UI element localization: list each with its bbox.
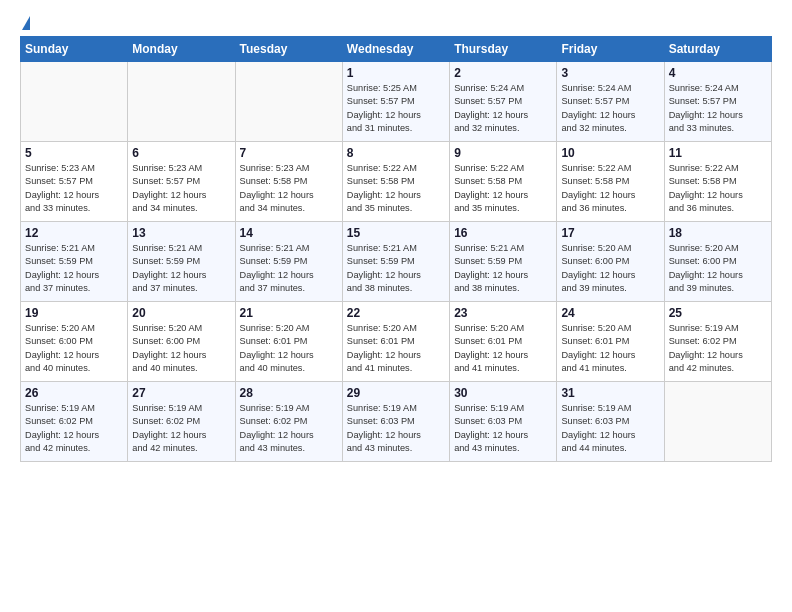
calendar-cell: 5Sunrise: 5:23 AM Sunset: 5:57 PM Daylig… [21,142,128,222]
day-info: Sunrise: 5:19 AM Sunset: 6:02 PM Dayligh… [669,322,767,375]
day-info: Sunrise: 5:20 AM Sunset: 6:00 PM Dayligh… [25,322,123,375]
day-info: Sunrise: 5:20 AM Sunset: 6:01 PM Dayligh… [240,322,338,375]
calendar-cell: 13Sunrise: 5:21 AM Sunset: 5:59 PM Dayli… [128,222,235,302]
day-number: 5 [25,146,123,160]
day-number: 11 [669,146,767,160]
header-thursday: Thursday [450,37,557,62]
day-number: 16 [454,226,552,240]
calendar-week-row: 19Sunrise: 5:20 AM Sunset: 6:00 PM Dayli… [21,302,772,382]
day-number: 4 [669,66,767,80]
day-info: Sunrise: 5:19 AM Sunset: 6:03 PM Dayligh… [561,402,659,455]
day-number: 23 [454,306,552,320]
day-info: Sunrise: 5:22 AM Sunset: 5:58 PM Dayligh… [347,162,445,215]
day-number: 19 [25,306,123,320]
calendar-cell: 25Sunrise: 5:19 AM Sunset: 6:02 PM Dayli… [664,302,771,382]
day-info: Sunrise: 5:20 AM Sunset: 6:01 PM Dayligh… [561,322,659,375]
day-info: Sunrise: 5:21 AM Sunset: 5:59 PM Dayligh… [25,242,123,295]
header-saturday: Saturday [664,37,771,62]
day-number: 18 [669,226,767,240]
day-number: 30 [454,386,552,400]
calendar-week-row: 1Sunrise: 5:25 AM Sunset: 5:57 PM Daylig… [21,62,772,142]
header-tuesday: Tuesday [235,37,342,62]
calendar-cell: 18Sunrise: 5:20 AM Sunset: 6:00 PM Dayli… [664,222,771,302]
logo [20,16,30,30]
day-info: Sunrise: 5:20 AM Sunset: 6:01 PM Dayligh… [347,322,445,375]
calendar-table: SundayMondayTuesdayWednesdayThursdayFrid… [20,36,772,462]
day-info: Sunrise: 5:24 AM Sunset: 5:57 PM Dayligh… [669,82,767,135]
day-number: 20 [132,306,230,320]
day-number: 31 [561,386,659,400]
calendar-cell: 30Sunrise: 5:19 AM Sunset: 6:03 PM Dayli… [450,382,557,462]
day-info: Sunrise: 5:19 AM Sunset: 6:02 PM Dayligh… [25,402,123,455]
calendar-cell: 17Sunrise: 5:20 AM Sunset: 6:00 PM Dayli… [557,222,664,302]
logo-icon [22,16,30,30]
day-number: 8 [347,146,445,160]
calendar-cell: 28Sunrise: 5:19 AM Sunset: 6:02 PM Dayli… [235,382,342,462]
day-info: Sunrise: 5:21 AM Sunset: 5:59 PM Dayligh… [454,242,552,295]
calendar-cell [128,62,235,142]
calendar-cell: 19Sunrise: 5:20 AM Sunset: 6:00 PM Dayli… [21,302,128,382]
calendar-cell: 4Sunrise: 5:24 AM Sunset: 5:57 PM Daylig… [664,62,771,142]
day-number: 2 [454,66,552,80]
calendar-cell: 9Sunrise: 5:22 AM Sunset: 5:58 PM Daylig… [450,142,557,222]
day-number: 26 [25,386,123,400]
calendar-cell: 27Sunrise: 5:19 AM Sunset: 6:02 PM Dayli… [128,382,235,462]
calendar-cell [235,62,342,142]
calendar-week-row: 12Sunrise: 5:21 AM Sunset: 5:59 PM Dayli… [21,222,772,302]
day-info: Sunrise: 5:19 AM Sunset: 6:03 PM Dayligh… [454,402,552,455]
calendar-cell: 22Sunrise: 5:20 AM Sunset: 6:01 PM Dayli… [342,302,449,382]
calendar-cell: 11Sunrise: 5:22 AM Sunset: 5:58 PM Dayli… [664,142,771,222]
day-number: 14 [240,226,338,240]
page-header [20,16,772,30]
day-info: Sunrise: 5:20 AM Sunset: 6:00 PM Dayligh… [669,242,767,295]
day-info: Sunrise: 5:25 AM Sunset: 5:57 PM Dayligh… [347,82,445,135]
calendar-cell: 29Sunrise: 5:19 AM Sunset: 6:03 PM Dayli… [342,382,449,462]
calendar-cell: 14Sunrise: 5:21 AM Sunset: 5:59 PM Dayli… [235,222,342,302]
day-info: Sunrise: 5:23 AM Sunset: 5:57 PM Dayligh… [132,162,230,215]
day-number: 15 [347,226,445,240]
calendar-cell: 21Sunrise: 5:20 AM Sunset: 6:01 PM Dayli… [235,302,342,382]
day-info: Sunrise: 5:23 AM Sunset: 5:58 PM Dayligh… [240,162,338,215]
day-info: Sunrise: 5:19 AM Sunset: 6:03 PM Dayligh… [347,402,445,455]
day-number: 9 [454,146,552,160]
calendar-cell: 1Sunrise: 5:25 AM Sunset: 5:57 PM Daylig… [342,62,449,142]
header-monday: Monday [128,37,235,62]
calendar-cell: 6Sunrise: 5:23 AM Sunset: 5:57 PM Daylig… [128,142,235,222]
day-info: Sunrise: 5:22 AM Sunset: 5:58 PM Dayligh… [454,162,552,215]
day-number: 27 [132,386,230,400]
day-number: 25 [669,306,767,320]
calendar-cell: 23Sunrise: 5:20 AM Sunset: 6:01 PM Dayli… [450,302,557,382]
header-wednesday: Wednesday [342,37,449,62]
day-number: 29 [347,386,445,400]
day-info: Sunrise: 5:22 AM Sunset: 5:58 PM Dayligh… [669,162,767,215]
calendar-week-row: 5Sunrise: 5:23 AM Sunset: 5:57 PM Daylig… [21,142,772,222]
day-info: Sunrise: 5:21 AM Sunset: 5:59 PM Dayligh… [347,242,445,295]
calendar-cell: 26Sunrise: 5:19 AM Sunset: 6:02 PM Dayli… [21,382,128,462]
calendar-cell: 31Sunrise: 5:19 AM Sunset: 6:03 PM Dayli… [557,382,664,462]
day-info: Sunrise: 5:20 AM Sunset: 6:00 PM Dayligh… [132,322,230,375]
day-info: Sunrise: 5:20 AM Sunset: 6:00 PM Dayligh… [561,242,659,295]
calendar-cell [664,382,771,462]
day-number: 17 [561,226,659,240]
calendar-cell: 12Sunrise: 5:21 AM Sunset: 5:59 PM Dayli… [21,222,128,302]
day-number: 1 [347,66,445,80]
header-sunday: Sunday [21,37,128,62]
calendar-header-row: SundayMondayTuesdayWednesdayThursdayFrid… [21,37,772,62]
calendar-cell: 10Sunrise: 5:22 AM Sunset: 5:58 PM Dayli… [557,142,664,222]
day-number: 3 [561,66,659,80]
header-friday: Friday [557,37,664,62]
day-number: 10 [561,146,659,160]
day-number: 22 [347,306,445,320]
calendar-cell: 20Sunrise: 5:20 AM Sunset: 6:00 PM Dayli… [128,302,235,382]
day-number: 24 [561,306,659,320]
day-info: Sunrise: 5:20 AM Sunset: 6:01 PM Dayligh… [454,322,552,375]
calendar-cell: 16Sunrise: 5:21 AM Sunset: 5:59 PM Dayli… [450,222,557,302]
calendar-cell: 15Sunrise: 5:21 AM Sunset: 5:59 PM Dayli… [342,222,449,302]
day-info: Sunrise: 5:19 AM Sunset: 6:02 PM Dayligh… [240,402,338,455]
day-info: Sunrise: 5:23 AM Sunset: 5:57 PM Dayligh… [25,162,123,215]
day-number: 12 [25,226,123,240]
calendar-cell: 8Sunrise: 5:22 AM Sunset: 5:58 PM Daylig… [342,142,449,222]
calendar-week-row: 26Sunrise: 5:19 AM Sunset: 6:02 PM Dayli… [21,382,772,462]
day-info: Sunrise: 5:24 AM Sunset: 5:57 PM Dayligh… [454,82,552,135]
calendar-cell: 7Sunrise: 5:23 AM Sunset: 5:58 PM Daylig… [235,142,342,222]
